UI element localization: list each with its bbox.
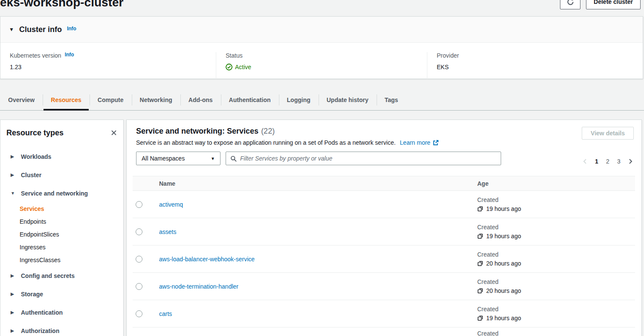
pagination: 123	[581, 156, 635, 167]
tab[interactable]: Authentication	[221, 90, 279, 110]
sidebar-section[interactable]: Authentication	[0, 303, 123, 321]
service-name-link[interactable]: assets	[159, 228, 176, 235]
sidebar-item[interactable]: Ingresses	[0, 241, 123, 254]
resource-types-title: Resource types	[6, 129, 64, 137]
cluster-info-info-link[interactable]: Info	[67, 26, 76, 32]
close-panel-button[interactable]	[109, 128, 119, 138]
refresh-button[interactable]	[560, 0, 580, 9]
copy-icon[interactable]	[477, 206, 483, 212]
table-row: assets Created 19 hours ago	[133, 218, 635, 245]
row-radio-button[interactable]	[136, 283, 142, 290]
services-count: (22)	[261, 127, 275, 136]
service-name-link[interactable]: activemq	[159, 201, 183, 208]
sidebar-section[interactable]: Cluster	[0, 166, 123, 184]
kubernetes-version-value: 1.23	[10, 64, 216, 70]
sidebar-section-label: Config and secrets	[21, 272, 75, 279]
sidebar-item[interactable]: Services	[0, 202, 123, 215]
column-header-age[interactable]: Age	[467, 180, 635, 187]
previous-page-button[interactable]	[581, 157, 589, 166]
tab[interactable]: Logging	[279, 90, 319, 110]
kubernetes-version-info-link[interactable]: Info	[65, 52, 74, 58]
sidebar-item[interactable]: Endpoints	[0, 215, 123, 228]
tab[interactable]: Overview	[0, 90, 43, 110]
tab[interactable]: Update history	[319, 90, 377, 110]
sidebar-section-label: Workloads	[21, 153, 51, 160]
column-header-name[interactable]: Name	[151, 180, 467, 187]
resource-types-list: Workloads Cluster Service	[0, 147, 123, 336]
sidebar-section[interactable]: Service and networking	[0, 184, 123, 202]
page-number-button[interactable]: 2	[602, 156, 613, 167]
table-row-partial: Created	[133, 327, 635, 336]
close-icon	[110, 129, 117, 136]
row-radio-button[interactable]	[136, 228, 142, 235]
chevron-left-icon	[582, 158, 589, 165]
table-row: carts Created 19 hours ago	[133, 300, 635, 327]
sidebar-item[interactable]: IngressClasses	[0, 254, 123, 266]
tab[interactable]: Resources	[43, 90, 90, 110]
section-caret-icon	[11, 191, 15, 196]
sidebar-section[interactable]: Authorization	[0, 321, 123, 336]
cluster-info-title: Cluster info	[19, 25, 62, 34]
service-name-link[interactable]: aws-load-balancer-webhook-service	[159, 256, 255, 263]
delete-cluster-button[interactable]: Delete cluster	[586, 0, 641, 9]
sidebar-section-label: Cluster	[21, 172, 41, 178]
namespace-filter-value: All Namespaces	[142, 155, 185, 162]
sidebar-item-label: IngressClasses	[20, 257, 61, 263]
search-icon	[230, 155, 237, 162]
age-created-label: Created	[477, 330, 635, 336]
search-input[interactable]	[240, 155, 496, 162]
copy-icon[interactable]	[477, 233, 483, 239]
sidebar-section-label: Storage	[21, 291, 43, 298]
tab-label: Logging	[287, 96, 310, 103]
tab-label: Update history	[327, 96, 368, 103]
sidebar-item-label: Endpoints	[20, 218, 46, 225]
services-panel: Service and networking: Services (22) Vi…	[126, 120, 642, 336]
eks-console-page: { "colors": { "accent": "#ec7211", "link…	[0, 0, 644, 336]
tab[interactable]: Networking	[132, 90, 180, 110]
cluster-info-panel: ▼ Cluster info Info Kubernetes version I…	[0, 16, 643, 79]
section-caret-icon	[11, 273, 15, 278]
view-details-button[interactable]: View details	[582, 127, 634, 140]
sidebar-item[interactable]: EndpointSlices	[0, 228, 123, 241]
page-number-button[interactable]: 3	[613, 156, 624, 167]
page-number-button[interactable]: 1	[591, 156, 602, 167]
refresh-icon	[567, 0, 574, 6]
copy-icon[interactable]	[477, 315, 483, 321]
status-badge: Active	[226, 64, 427, 70]
age-created-label: Created	[477, 306, 635, 313]
table-row: aws-load-balancer-webhook-service Create…	[133, 245, 635, 273]
service-name-link[interactable]: carts	[159, 310, 172, 317]
sidebar-section[interactable]: Storage	[0, 285, 123, 303]
cluster-info-header[interactable]: ▼ Cluster info Info	[0, 17, 643, 43]
row-radio-button[interactable]	[136, 256, 142, 263]
tab-label: Overview	[8, 96, 35, 103]
resource-types-panel: Resource types Workloads Cluster	[0, 120, 124, 336]
namespace-filter-select[interactable]: All Namespaces ▼	[136, 152, 220, 165]
learn-more-link[interactable]: Learn more	[400, 139, 439, 146]
sidebar-item-label: EndpointSlices	[20, 231, 59, 238]
dropdown-caret-icon: ▼	[211, 156, 215, 161]
age-value: 20 hours ago	[486, 260, 521, 267]
chevron-right-icon	[627, 158, 634, 165]
field-status: Status Active	[216, 52, 427, 79]
field-provider: Provider EKS	[427, 52, 643, 79]
row-radio-button[interactable]	[136, 201, 142, 208]
next-page-button[interactable]	[626, 157, 635, 166]
sidebar-section-label: Authorization	[21, 327, 59, 334]
section-caret-icon	[11, 292, 15, 296]
table-row: activemq Created 19 hours ago	[133, 191, 635, 218]
external-link-icon	[432, 140, 439, 146]
tab[interactable]: Compute	[90, 90, 132, 110]
tab[interactable]: Add-ons	[180, 90, 221, 110]
sidebar-section[interactable]: Config and secrets	[0, 266, 123, 285]
sidebar-section[interactable]: Workloads	[0, 147, 123, 166]
copy-icon[interactable]	[477, 260, 483, 266]
section-caret-icon	[11, 154, 15, 159]
sidebar-item-label: Services	[20, 205, 44, 212]
cluster-info-body: Kubernetes version Info 1.23 Status Acti…	[0, 43, 643, 79]
copy-icon[interactable]	[477, 288, 483, 294]
service-name-link[interactable]: aws-node-termination-handler	[159, 283, 238, 290]
check-circle-icon	[226, 64, 232, 70]
tab[interactable]: Tags	[377, 90, 406, 110]
row-radio-button[interactable]	[136, 310, 142, 317]
